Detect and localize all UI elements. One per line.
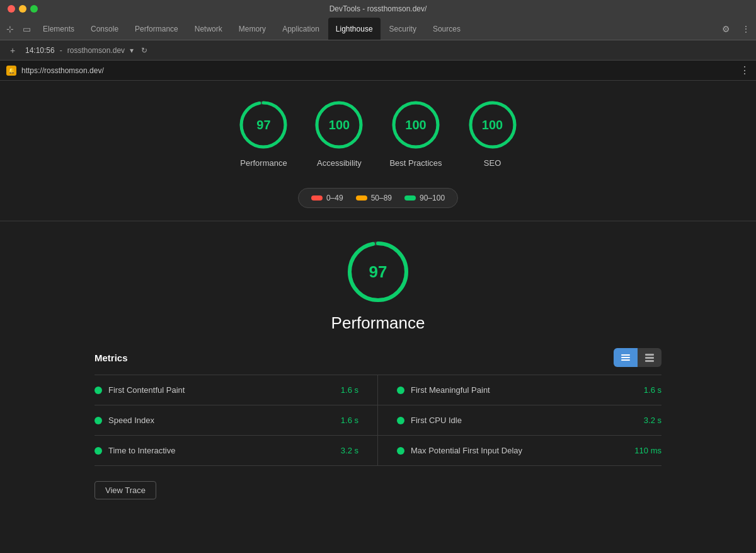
gauge-label-accessibility: Accessibility bbox=[317, 158, 362, 169]
legend-item-red: 0–49 bbox=[311, 194, 343, 202]
gauges-section: 97 Performance 100 Accessibility bbox=[0, 81, 756, 221]
metric-name-fid: Max Potential First Input Delay bbox=[411, 446, 628, 455]
svg-rect-13 bbox=[645, 354, 654, 356]
gauge-accessibility: 100 Accessibility bbox=[314, 100, 364, 169]
gauge-label-performance: Performance bbox=[240, 158, 287, 169]
metric-name-tti: Time to Interactive bbox=[108, 446, 335, 455]
devtools-tabs-bar: ⊹ ▭ Elements Console Performance Network… bbox=[0, 18, 756, 40]
gauge-circle-performance[interactable]: 97 bbox=[238, 100, 289, 150]
gauge-performance: 97 Performance bbox=[238, 100, 289, 169]
tab-sources[interactable]: Sources bbox=[425, 18, 468, 40]
view-trace-button[interactable]: View Trace bbox=[94, 481, 156, 499]
performance-detail-section: 97 Performance Metrics bbox=[0, 221, 756, 512]
metric-value-fid: 110 ms bbox=[634, 446, 662, 455]
metric-name-fcp: First Contentful Paint bbox=[108, 385, 335, 395]
metrics-title: Metrics bbox=[94, 352, 128, 363]
gauges-row: 97 Performance 100 Accessibility bbox=[238, 100, 517, 169]
maximize-button[interactable] bbox=[30, 5, 38, 13]
legend-dot-green bbox=[404, 195, 416, 201]
more-options-icon[interactable]: ⋮ bbox=[738, 21, 753, 37]
gauge-score-performance: 97 bbox=[256, 118, 270, 132]
metric-value-fmp: 1.6 s bbox=[644, 385, 662, 395]
gauge-label-seo: SEO bbox=[484, 158, 501, 169]
svg-rect-10 bbox=[621, 354, 630, 356]
legend-range-green: 90–100 bbox=[420, 194, 445, 202]
large-gauge-score: 97 bbox=[369, 262, 387, 282]
device-icon[interactable]: ▭ bbox=[19, 21, 34, 37]
url-text: https://rossthomson.dev/ bbox=[21, 66, 735, 75]
gauge-score-seo: 100 bbox=[482, 118, 503, 132]
metrics-section: Metrics bbox=[94, 348, 662, 499]
metric-name-fmp: First Meaningful Paint bbox=[411, 385, 638, 395]
add-tab-icon[interactable]: + bbox=[5, 43, 20, 58]
metric-first-cpu-idle: First CPU Idle 3.2 s bbox=[378, 405, 662, 436]
metric-speed-index: Speed Index 1.6 s bbox=[94, 405, 378, 436]
metric-value-fci: 3.2 s bbox=[644, 416, 662, 425]
lighthouse-url-bar: 🔔 https://rossthomson.dev/ ⋮ bbox=[0, 61, 756, 81]
tab-elements[interactable]: Elements bbox=[35, 18, 82, 40]
toggle-list-view[interactable] bbox=[638, 348, 662, 367]
title-bar: DevTools - rossthomson.dev/ bbox=[0, 0, 756, 18]
legend-item-green: 90–100 bbox=[404, 194, 445, 202]
window-title: DevTools - rossthomson.dev/ bbox=[329, 4, 427, 13]
close-button[interactable] bbox=[8, 5, 15, 13]
gauge-circle-best-practices[interactable]: 100 bbox=[391, 100, 441, 150]
traffic-lights bbox=[8, 5, 38, 13]
dropdown-icon[interactable]: ▾ bbox=[130, 46, 134, 55]
metric-dot-fid bbox=[397, 447, 404, 455]
metric-name-si: Speed Index bbox=[108, 416, 335, 425]
gauge-label-best-practices: Best Practices bbox=[389, 158, 442, 169]
metric-dot-tti bbox=[94, 447, 102, 455]
tab-memory[interactable]: Memory bbox=[231, 18, 273, 40]
tab-performance[interactable]: Performance bbox=[127, 18, 186, 40]
metric-dot-fci bbox=[397, 417, 404, 424]
svg-rect-11 bbox=[621, 357, 630, 358]
tab-security[interactable]: Security bbox=[382, 18, 424, 40]
reload-icon[interactable]: ↻ bbox=[141, 46, 147, 55]
metrics-grid: First Contentful Paint 1.6 s First Meani… bbox=[94, 375, 662, 466]
metrics-header: Metrics bbox=[94, 348, 662, 367]
tab-network[interactable]: Network bbox=[187, 18, 230, 40]
inspect-icon[interactable]: ⊹ bbox=[3, 21, 18, 37]
tab-application[interactable]: Application bbox=[275, 18, 327, 40]
metric-dot-fcp bbox=[94, 387, 102, 394]
score-legend: 0–49 50–89 90–100 bbox=[298, 188, 458, 208]
legend-dot-orange bbox=[356, 195, 367, 201]
svg-rect-12 bbox=[621, 359, 630, 361]
main-content: 97 Performance 100 Accessibility bbox=[0, 81, 756, 553]
metric-dot-fmp bbox=[397, 387, 404, 394]
gauge-circle-seo[interactable]: 100 bbox=[467, 100, 518, 150]
metric-first-meaningful-paint: First Meaningful Paint 1.6 s bbox=[378, 375, 662, 405]
large-gauge-performance[interactable]: 97 bbox=[346, 240, 410, 303]
metric-name-fci: First CPU Idle bbox=[411, 416, 638, 425]
gauge-best-practices: 100 Best Practices bbox=[389, 100, 442, 169]
performance-section-title: Performance bbox=[331, 313, 425, 333]
tab-lighthouse[interactable]: Lighthouse bbox=[328, 18, 381, 40]
lighthouse-icon: 🔔 bbox=[6, 66, 16, 76]
gauge-seo: 100 SEO bbox=[467, 100, 518, 169]
metric-value-si: 1.6 s bbox=[341, 416, 358, 425]
timestamp-label: 14:10:56 bbox=[25, 46, 55, 55]
metric-value-fcp: 1.6 s bbox=[341, 385, 358, 395]
view-toggle bbox=[614, 348, 662, 367]
legend-dot-red bbox=[311, 195, 323, 201]
metric-dot-si bbox=[94, 417, 102, 424]
gauge-score-accessibility: 100 bbox=[329, 118, 350, 132]
gauge-score-best-practices: 100 bbox=[405, 118, 426, 132]
url-bar-more-icon[interactable]: ⋮ bbox=[740, 64, 750, 76]
toggle-bar-view[interactable] bbox=[614, 348, 638, 367]
minimize-button[interactable] bbox=[19, 5, 26, 13]
svg-rect-14 bbox=[645, 357, 654, 359]
domain-label: rossthomson.dev bbox=[67, 46, 125, 55]
tab-console[interactable]: Console bbox=[83, 18, 126, 40]
metric-max-potential-fid: Max Potential First Input Delay 110 ms bbox=[378, 436, 662, 466]
settings-icon[interactable]: ⚙ bbox=[718, 21, 733, 37]
gauge-circle-accessibility[interactable]: 100 bbox=[314, 100, 364, 150]
legend-range-orange: 50–89 bbox=[371, 194, 392, 202]
toolbar-bar: + 14:10:56 - rossthomson.dev ▾ ↻ bbox=[0, 40, 756, 61]
metric-time-to-interactive: Time to Interactive 3.2 s bbox=[94, 436, 378, 466]
metric-first-contentful-paint: First Contentful Paint 1.6 s bbox=[94, 375, 378, 405]
svg-rect-15 bbox=[645, 360, 654, 362]
legend-range-red: 0–49 bbox=[326, 194, 343, 202]
legend-item-orange: 50–89 bbox=[356, 194, 392, 202]
